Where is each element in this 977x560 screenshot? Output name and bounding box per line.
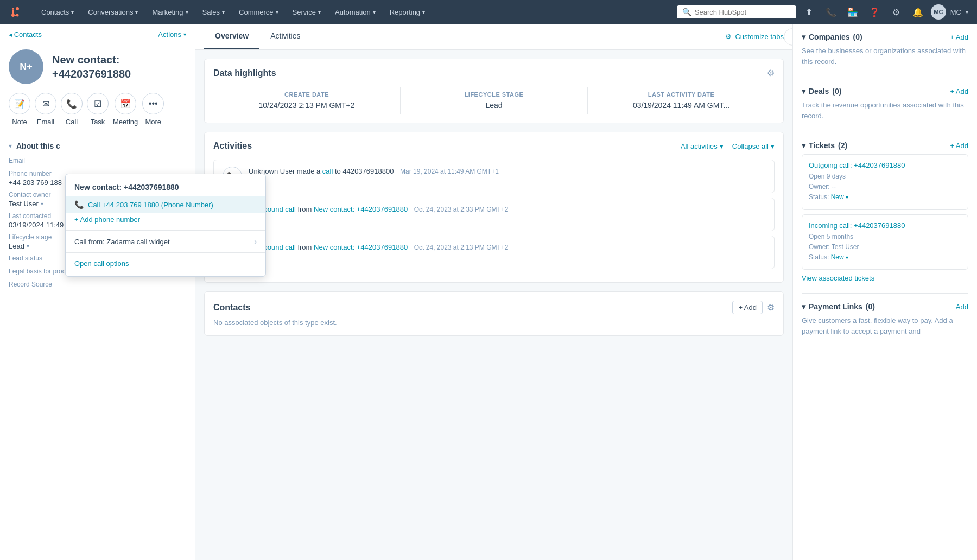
- deals-section-header[interactable]: ▾ Deals (0) + Add: [802, 87, 968, 96]
- data-highlights-title: Data highlights: [213, 68, 276, 78]
- nav-contacts[interactable]: Contacts ▾: [35, 0, 80, 24]
- owner-dropdown-icon[interactable]: ▾: [41, 201, 43, 207]
- add-ticket-button[interactable]: + Add: [950, 142, 968, 150]
- filter-chevron-icon: ▾: [720, 142, 724, 150]
- help-icon[interactable]: ❓: [866, 3, 883, 21]
- chevron-down-icon: ▾: [802, 302, 805, 311]
- task-action[interactable]: ☑ Task: [87, 93, 109, 126]
- ticket-title-2[interactable]: Incoming call: +442037691880: [809, 221, 961, 230]
- deals-description: Track the revenue opportunities associat…: [802, 100, 968, 121]
- nav-service[interactable]: Service ▾: [286, 0, 327, 24]
- main-layout: ◂ Contacts Actions ▾ N+ New contact: +44…: [0, 24, 977, 560]
- email-label: Email: [37, 118, 55, 126]
- ticket-card-1: Outgoing call: +442037691880 Open 9 days…: [802, 154, 968, 210]
- highlight-lifecycle: LIFECYCLE STAGE Lead: [401, 87, 588, 114]
- highlight-create-date: CREATE DATE 10/24/2023 2:13 PM GMT+2: [213, 87, 401, 114]
- add-contact-button[interactable]: + Add: [732, 301, 763, 314]
- highlight-create-date-label: CREATE DATE: [218, 91, 396, 98]
- meeting-icon: 📅: [115, 93, 136, 114]
- ticket-title-1[interactable]: Outgoing call: +442037691880: [809, 161, 961, 169]
- activity-item-3: › 📞 Inbound call from New contact: +4420…: [213, 236, 775, 269]
- contact-link-2[interactable]: New contact: +442037691880: [314, 205, 408, 213]
- notifications-icon[interactable]: 🔔: [909, 3, 927, 21]
- tabs-bar: Overview Activities ⚙ Customize tabs ›: [195, 24, 792, 50]
- call-label: Call: [66, 118, 78, 126]
- add-payment-link-button[interactable]: Add: [956, 303, 968, 311]
- nav-reporting[interactable]: Reporting ▾: [383, 0, 432, 24]
- activity-item-1: 📞 Unknown User made a call to 4420376918…: [213, 160, 775, 193]
- companies-section-header[interactable]: ▾ Companies (0) + Add: [802, 33, 968, 41]
- activities-filter-btn[interactable]: All activities ▾: [681, 142, 724, 150]
- nav-commerce[interactable]: Commerce ▾: [232, 0, 285, 24]
- call-phone-option[interactable]: 📞 Call +44 203 769 1880 (Phone Number): [66, 196, 195, 213]
- about-section-header[interactable]: ▾ About this c: [0, 135, 195, 155]
- activities-header: Activities All activities ▾ Collapse all…: [213, 141, 775, 151]
- nav-right-icons: 🔍 ⬆ 📞 🏪 ❓ ⚙ 🔔 MC MC ▾: [677, 3, 968, 21]
- activity-item-2: › 📞 Inbound call from New contact: +4420…: [213, 198, 775, 231]
- nav-marketing[interactable]: Marketing ▾: [145, 0, 194, 24]
- note-label: Note: [12, 118, 27, 126]
- search-bar[interactable]: 🔍: [677, 5, 796, 18]
- activity-text-2: Inbound call from New contact: +44203769…: [258, 205, 765, 214]
- chevron-down-icon: ▾: [186, 9, 188, 15]
- ticket-status-badge-1[interactable]: New: [831, 193, 844, 201]
- open-call-options[interactable]: Open call options: [66, 255, 195, 272]
- highlights-gear-icon[interactable]: ⚙: [767, 68, 775, 78]
- status-dropdown-icon-1[interactable]: ▾: [846, 194, 848, 200]
- payment-links-description: Give customers a fast, flexible way to p…: [802, 315, 968, 336]
- meeting-action[interactable]: 📅 Meeting: [113, 93, 138, 126]
- settings-icon[interactable]: ⚙: [887, 3, 905, 21]
- contact-avatar: N+: [9, 49, 43, 84]
- call-from-option[interactable]: Call from: Zadarma call widget ›: [66, 233, 195, 250]
- add-company-button[interactable]: + Add: [950, 33, 968, 41]
- more-action[interactable]: ••• More: [142, 93, 164, 126]
- highlights-grid: CREATE DATE 10/24/2023 2:13 PM GMT+2 LIF…: [213, 87, 775, 114]
- tab-activities[interactable]: Activities: [259, 24, 311, 49]
- chevron-down-icon: ▾: [183, 31, 186, 37]
- upgrade-icon[interactable]: ⬆: [801, 3, 818, 21]
- lifecycle-dropdown-icon[interactable]: ▾: [27, 243, 29, 249]
- view-associated-tickets-link[interactable]: View associated tickets: [802, 274, 968, 282]
- nav-automation[interactable]: Automation ▾: [328, 0, 382, 24]
- record-source-label: Record Source: [9, 281, 186, 288]
- user-label: MC: [950, 8, 961, 16]
- contacts-gear-icon[interactable]: ⚙: [767, 302, 775, 313]
- action-icons-bar: 📝 Note ✉ Email 📞 Call ☑ Task 📅 Meeting •…: [0, 93, 195, 135]
- divider-tickets: [802, 293, 968, 294]
- add-deal-button[interactable]: + Add: [950, 87, 968, 96]
- nav-conversations[interactable]: Conversations ▾: [81, 0, 144, 24]
- customize-tabs-btn[interactable]: ⚙ Customize tabs: [725, 33, 784, 41]
- call-icon: 📞: [61, 93, 83, 114]
- contact-link-3[interactable]: New contact: +442037691880: [314, 243, 408, 251]
- activity-call-link-1[interactable]: call: [322, 167, 333, 175]
- user-avatar: MC: [931, 4, 946, 20]
- collapse-all-button[interactable]: Collapse all ▾: [732, 142, 775, 150]
- call-action[interactable]: 📞 Call: [61, 93, 83, 126]
- contact-hero: N+ New contact: +442037691880: [0, 45, 195, 93]
- contacts-breadcrumb[interactable]: ◂ Contacts: [9, 30, 42, 39]
- highlight-last-activity-label: LAST ACTIVITY DATE: [592, 91, 770, 98]
- tickets-section: ▾ Tickets (2) + Add Outgoing call: +4420…: [802, 141, 968, 282]
- activity-text-1: Unknown User made a call to 442037691880…: [249, 167, 765, 176]
- actions-button[interactable]: Actions ▾: [158, 30, 186, 39]
- tickets-title: ▾ Tickets (2): [802, 141, 847, 150]
- collapse-panel-button[interactable]: ›: [784, 28, 792, 46]
- more-label: More: [145, 118, 161, 126]
- task-icon: ☑: [87, 93, 109, 114]
- tickets-section-header[interactable]: ▾ Tickets (2) + Add: [802, 141, 968, 150]
- ticket-status-badge-2[interactable]: New: [831, 253, 844, 261]
- payment-links-section-header[interactable]: ▾ Payment Links (0) Add: [802, 302, 968, 311]
- payment-links-title: ▾ Payment Links (0): [802, 302, 875, 311]
- email-field-row: Email: [0, 155, 195, 168]
- tab-overview[interactable]: Overview: [204, 24, 259, 49]
- call-from-label: Call from: Zadarma call widget: [74, 238, 170, 246]
- marketplace-icon[interactable]: 🏪: [844, 3, 861, 21]
- phone-icon[interactable]: 📞: [822, 3, 840, 21]
- email-action[interactable]: ✉ Email: [35, 93, 56, 126]
- status-dropdown-icon-2[interactable]: ▾: [846, 254, 848, 260]
- note-action[interactable]: 📝 Note: [9, 93, 30, 126]
- add-phone-link[interactable]: + Add phone number: [66, 213, 195, 228]
- search-input[interactable]: [695, 8, 791, 16]
- nav-sales[interactable]: Sales ▾: [196, 0, 232, 24]
- chevron-down-icon: ▾: [373, 9, 376, 15]
